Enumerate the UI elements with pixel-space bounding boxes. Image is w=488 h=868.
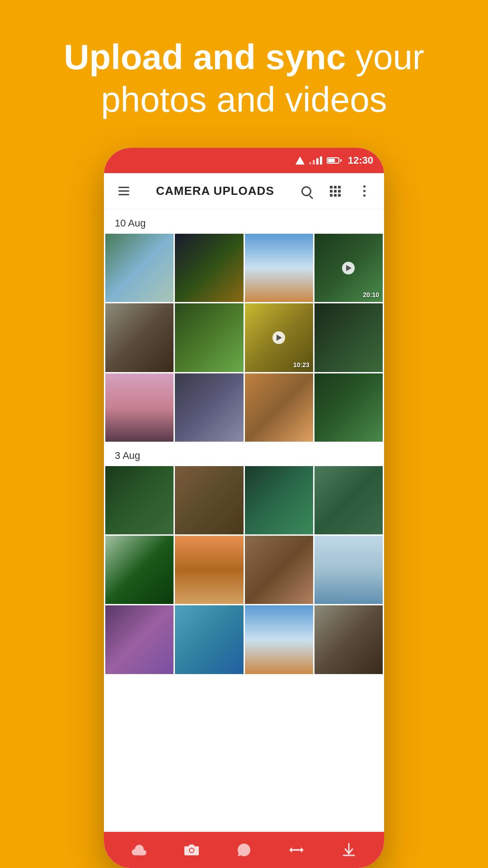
photo-thumbnail — [105, 536, 174, 604]
svg-point-0 — [190, 849, 193, 852]
search-button[interactable] — [296, 180, 317, 202]
status-bar: 12:30 — [104, 148, 384, 173]
photo-cell[interactable] — [245, 234, 313, 302]
nav-chat-button[interactable] — [226, 836, 262, 863]
search-icon — [301, 186, 311, 196]
photo-cell[interactable] — [175, 466, 243, 534]
photo-thumbnail — [314, 536, 383, 604]
play-icon — [277, 335, 282, 341]
photo-grid-section-2 — [104, 466, 384, 674]
photo-cell[interactable] — [245, 373, 313, 442]
photo-thumbnail — [245, 373, 313, 442]
photo-thumbnail — [314, 373, 383, 442]
app-bar: CAMERA UPLOADS — [104, 173, 384, 209]
video-play-button — [342, 262, 355, 274]
photo-grid-content: 10 Aug 20:10 — [104, 209, 384, 832]
phone-device: 12:30 CAMERA UPLOADS — [104, 148, 384, 868]
photo-thumbnail — [175, 605, 243, 674]
photo-thumbnail — [105, 303, 174, 372]
photo-thumbnail — [245, 234, 313, 302]
video-duration: 20:10 — [363, 291, 379, 298]
video-duration: 10:23 — [293, 361, 310, 368]
photo-cell[interactable] — [175, 303, 243, 372]
camera-icon — [183, 842, 200, 858]
video-cell[interactable]: 10:23 — [245, 303, 313, 372]
photo-cell[interactable] — [175, 234, 243, 302]
nav-camera-button[interactable] — [174, 836, 210, 863]
photo-cell[interactable] — [175, 373, 243, 442]
photo-cell[interactable] — [245, 466, 313, 534]
more-options-button[interactable] — [353, 180, 375, 202]
photo-cell[interactable] — [105, 605, 174, 674]
photo-cell[interactable] — [105, 373, 174, 442]
photo-thumbnail — [105, 373, 174, 442]
date-header-1: 10 Aug — [104, 209, 384, 234]
photo-cell[interactable] — [314, 373, 383, 442]
photo-thumbnail — [175, 466, 243, 534]
photo-cell[interactable] — [245, 605, 313, 674]
status-icons: 12:30 — [296, 155, 373, 166]
date-header-2: 3 Aug — [104, 442, 384, 466]
photo-thumbnail — [105, 466, 174, 534]
bottom-navigation — [104, 832, 384, 868]
photo-thumbnail — [314, 303, 383, 372]
nav-cloud-button[interactable] — [121, 836, 157, 863]
overflow-menu-icon — [363, 185, 366, 197]
photo-thumbnail — [175, 303, 243, 372]
battery-icon — [327, 157, 342, 164]
photo-thumbnail — [105, 234, 174, 302]
play-icon — [346, 265, 352, 271]
video-play-button — [272, 331, 285, 344]
app-title: CAMERA UPLOADS — [142, 184, 288, 198]
cloud-icon — [131, 842, 147, 858]
photo-cell[interactable] — [314, 303, 383, 372]
photo-cell[interactable] — [314, 466, 383, 534]
photo-cell[interactable] — [105, 466, 174, 534]
photo-thumbnail — [175, 234, 243, 302]
hero-regular-text: your — [346, 37, 424, 77]
photo-thumbnail — [245, 466, 313, 534]
chat-icon — [236, 842, 252, 858]
photo-thumbnail — [105, 605, 174, 674]
photo-cell[interactable] — [314, 536, 383, 604]
photo-cell[interactable] — [175, 605, 243, 674]
grid-view-icon — [330, 186, 341, 197]
nav-download-button[interactable] — [331, 836, 367, 863]
photo-cell[interactable] — [105, 303, 174, 372]
hamburger-icon — [118, 187, 129, 195]
clock: 12:30 — [348, 155, 373, 166]
hero-line2: photos and videos — [101, 80, 387, 119]
nav-sync-button[interactable] — [278, 836, 314, 863]
photo-cell[interactable] — [245, 536, 313, 604]
photo-thumbnail — [245, 536, 313, 604]
view-toggle-button[interactable] — [324, 180, 346, 202]
hero-section: Upload and sync your photos and videos — [0, 0, 488, 148]
photo-cell[interactable] — [105, 536, 174, 604]
photo-thumbnail — [314, 605, 383, 674]
photo-thumbnail — [314, 466, 383, 534]
sync-icon — [288, 842, 305, 858]
signal-icon — [309, 156, 322, 165]
photo-cell[interactable] — [314, 605, 383, 674]
download-icon — [341, 842, 357, 858]
photo-thumbnail — [175, 373, 243, 442]
photo-cell[interactable] — [175, 536, 243, 604]
wifi-icon — [296, 156, 305, 165]
photo-grid-section-1: 20:10 10:23 — [104, 234, 384, 442]
photo-cell[interactable] — [105, 234, 174, 302]
hero-bold-text: Upload and sync — [64, 37, 346, 77]
video-cell[interactable]: 20:10 — [314, 234, 383, 302]
photo-thumbnail — [245, 605, 313, 674]
photo-thumbnail — [175, 536, 243, 604]
menu-button[interactable] — [113, 180, 135, 202]
